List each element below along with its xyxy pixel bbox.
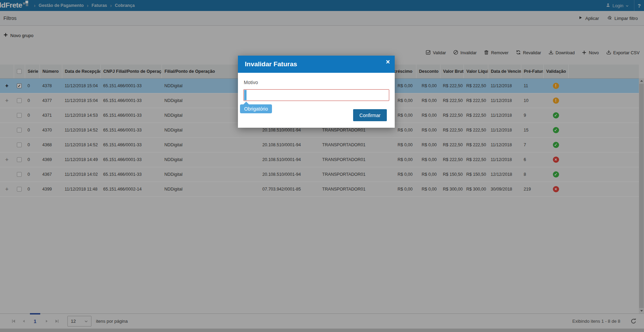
close-icon[interactable]: × bbox=[386, 58, 390, 65]
confirm-button[interactable]: Confirmar bbox=[353, 109, 387, 121]
motivo-input[interactable] bbox=[243, 89, 389, 101]
required-tooltip: Obrigatório bbox=[240, 104, 272, 113]
modal-header: Invalidar Faturas × bbox=[238, 56, 395, 73]
motivo-label: Motivo bbox=[244, 80, 258, 85]
modal-title: Invalidar Faturas bbox=[238, 56, 395, 73]
text-caret bbox=[244, 90, 247, 100]
invalidate-invoices-modal: Invalidar Faturas × Motivo Obrigatório C… bbox=[238, 56, 395, 128]
modal-overlay bbox=[0, 0, 644, 332]
